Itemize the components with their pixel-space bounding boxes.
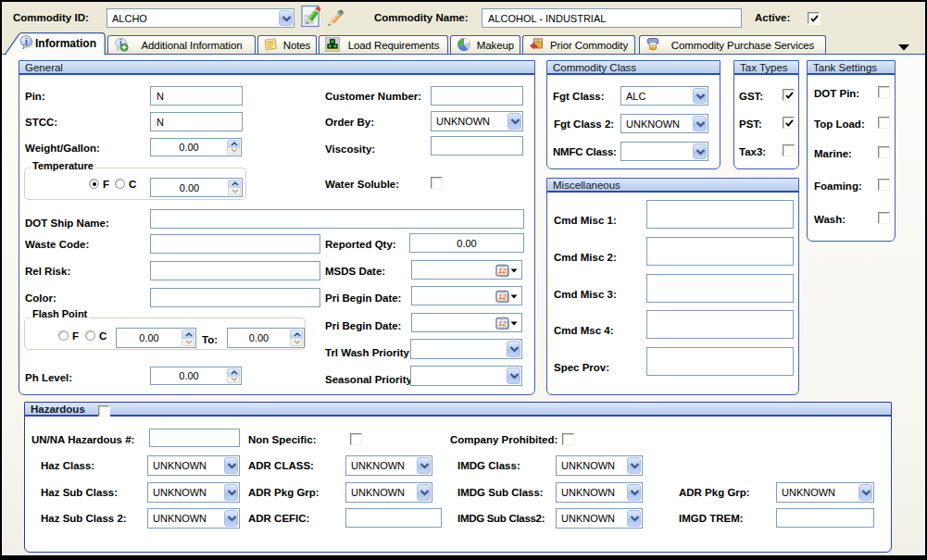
svg-text:12: 12 bbox=[498, 267, 507, 275]
svg-text:12: 12 bbox=[498, 319, 507, 328]
svg-text:12: 12 bbox=[498, 292, 507, 301]
svg-text:i: i bbox=[25, 35, 28, 45]
